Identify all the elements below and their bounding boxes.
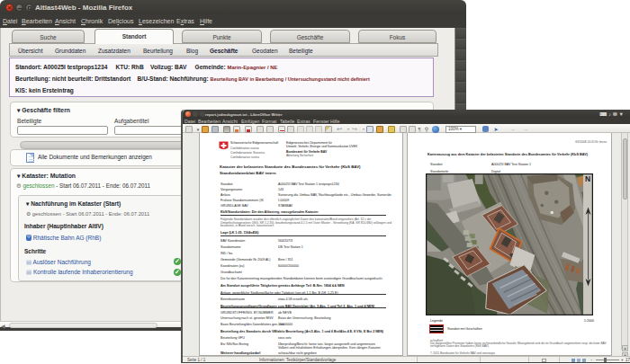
svg-text:N: N: [585, 174, 590, 183]
